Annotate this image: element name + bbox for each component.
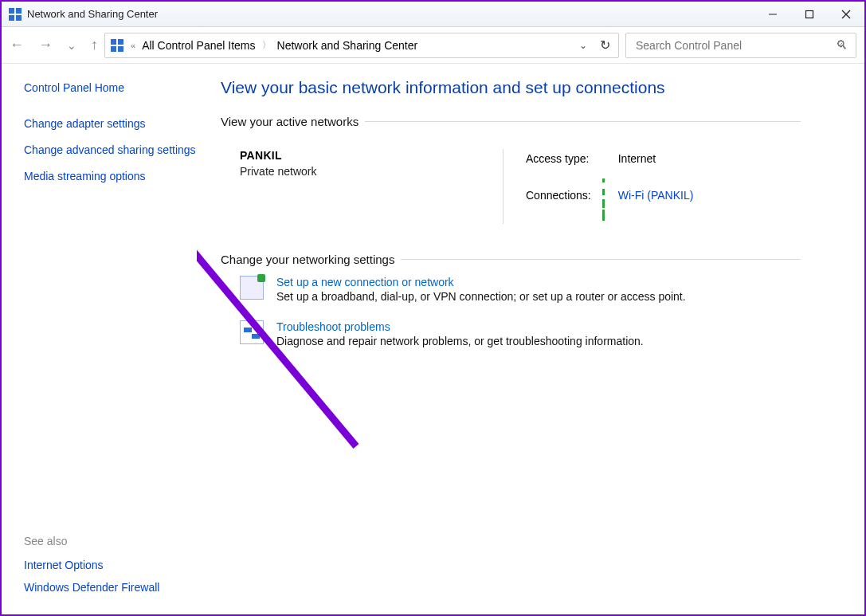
- refresh-button[interactable]: ↻: [597, 37, 613, 53]
- see-also-internet-options[interactable]: Internet Options: [24, 559, 197, 571]
- divider: [503, 149, 504, 224]
- control-panel-icon: [110, 38, 124, 53]
- close-button[interactable]: [828, 2, 864, 26]
- task-desc: Diagnose and repair network problems, or…: [276, 335, 644, 347]
- sidebar-link-advanced-sharing[interactable]: Change advanced sharing settings: [24, 143, 197, 158]
- up-button[interactable]: ↑: [91, 37, 98, 53]
- control-panel-home-link[interactable]: Control Panel Home: [24, 81, 197, 94]
- app-icon: [8, 7, 22, 22]
- network-type: Private network: [240, 165, 503, 178]
- divider: [401, 259, 801, 260]
- task-title: Troubleshoot problems: [276, 320, 644, 333]
- search-icon: 🔍︎: [836, 38, 848, 52]
- task-desc: Set up a broadband, dial-up, or VPN conn…: [276, 290, 686, 303]
- divider: [365, 121, 801, 122]
- section-change-settings: Change your networking settings: [221, 253, 394, 266]
- section-active-networks: View your active networks: [221, 115, 359, 128]
- connection-link[interactable]: Wi-Fi (PANKIL): [618, 189, 694, 202]
- toolbar: ← → ⌄ ↑ « All Control Panel Items 〉 Netw…: [2, 27, 864, 64]
- svg-rect-1: [806, 10, 813, 18]
- access-type-label: Access type:: [521, 151, 596, 167]
- connections-label: Connections:: [521, 168, 596, 222]
- task-title: Set up a new connection or network: [276, 276, 686, 288]
- breadcrumb-item[interactable]: Network and Sharing Center: [277, 39, 418, 52]
- active-network-row: PANKIL Private network Access type: Inte…: [221, 135, 801, 241]
- address-bar[interactable]: « All Control Panel Items 〉 Network and …: [104, 33, 619, 58]
- back-button[interactable]: ←: [10, 37, 24, 53]
- sidebar-link-media-streaming[interactable]: Media streaming options: [24, 169, 197, 184]
- see-also-label: See also: [24, 535, 197, 547]
- task-setup-connection[interactable]: Set up a new connection or network Set u…: [240, 276, 801, 303]
- see-also-firewall[interactable]: Windows Defender Firewall: [24, 581, 197, 594]
- search-box[interactable]: 🔍︎: [625, 33, 856, 58]
- page-title: View your basic network information and …: [221, 78, 801, 97]
- maximize-button[interactable]: [791, 2, 828, 26]
- setup-connection-icon: [240, 276, 264, 300]
- recent-locations-button[interactable]: ⌄: [67, 39, 76, 52]
- minimize-button[interactable]: [754, 2, 791, 26]
- chevron-right-icon: 〉: [262, 39, 271, 51]
- breadcrumb-item[interactable]: All Control Panel Items: [142, 39, 255, 52]
- forward-button[interactable]: →: [38, 37, 53, 53]
- address-dropdown-button[interactable]: ⌄: [574, 40, 592, 51]
- search-input[interactable]: [634, 38, 836, 53]
- network-name: PANKIL: [240, 149, 503, 162]
- window-title: Network and Sharing Center: [27, 8, 158, 20]
- content-area: View your basic network information and …: [197, 64, 864, 614]
- title-bar: Network and Sharing Center: [2, 2, 864, 27]
- access-type-value: Internet: [613, 151, 699, 167]
- troubleshoot-icon: [240, 320, 264, 344]
- breadcrumb-prefix: «: [131, 41, 135, 50]
- wifi-signal-icon: [602, 170, 607, 221]
- sidebar: Control Panel Home Change adapter settin…: [2, 64, 197, 614]
- task-troubleshoot[interactable]: Troubleshoot problems Diagnose and repai…: [240, 320, 801, 347]
- sidebar-link-adapter[interactable]: Change adapter settings: [24, 116, 197, 131]
